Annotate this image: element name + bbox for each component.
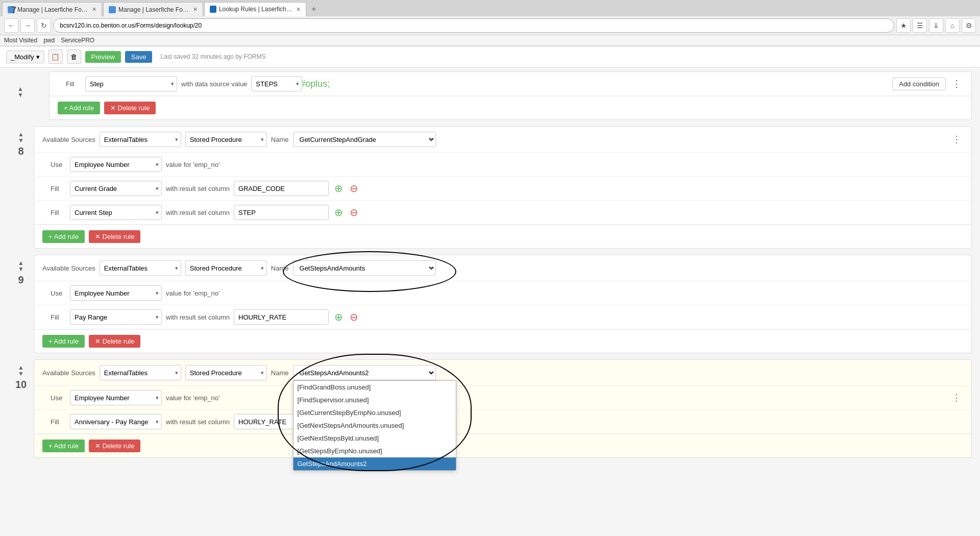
rule-8-fill-row-1: Fill Current Grade with result set colum… <box>34 177 971 201</box>
use-label-9: Use <box>51 289 66 297</box>
use-label-10: Use <box>51 394 66 402</box>
dropdown-option-1[interactable]: [FindGrandBoss.unused] <box>293 381 456 394</box>
add-rule-btn-8[interactable]: + Add rule <box>42 230 85 243</box>
result-column-input-8-1[interactable] <box>234 181 329 196</box>
rule-10-use-row: Use Employee Number value for 'emp_no' ⋮ <box>34 386 971 410</box>
fill-label-7: Fill <box>66 80 81 88</box>
tab-manage-1[interactable]: Manage | Laserfiche Forms ✕ <box>2 2 102 16</box>
delete-rule-btn-7[interactable]: ✕ Delete rule <box>104 102 156 114</box>
more-options-btn-7[interactable]: ⋮ <box>950 78 963 89</box>
tab-favicon-2 <box>109 6 116 13</box>
fill-field-wrapper-7[interactable]: Step <box>85 76 177 91</box>
rule-10-down-arrow[interactable]: ▼ <box>18 371 24 377</box>
procedure-type-select-9[interactable]: Stored Procedure <box>185 260 267 276</box>
use-field-select-10[interactable]: Employee Number <box>70 390 162 405</box>
data-source-wrapper-7[interactable]: STEPS <box>251 76 302 91</box>
bookmark-servicepro[interactable]: ServicePRO <box>61 37 94 44</box>
tab-label-1: Manage | Laserfiche Forms <box>17 6 89 13</box>
use-value-text-10: value for 'emp_no' <box>166 394 219 402</box>
tab-close-2[interactable]: ✕ <box>193 6 198 13</box>
rule-9-number: 9 <box>18 274 23 286</box>
tab-close-1[interactable]: ✕ <box>92 6 96 13</box>
copy-button[interactable]: 📋 <box>48 50 63 64</box>
rule-10-container: ▲ ▼ 10 Available Sources ExternalTables … <box>8 359 972 458</box>
tab-lookup-rules[interactable]: Lookup Rules | Laserfiche F... ✕ <box>204 2 306 16</box>
bookmark-pwd[interactable]: pwd <box>43 37 55 44</box>
fill-field-select-9-1[interactable]: Pay Range <box>70 309 162 325</box>
rule-7-body: Fill Step with data source value STEPS &… <box>49 71 972 120</box>
source-type-select-8[interactable]: ExternalTables <box>100 132 181 147</box>
reader-button[interactable]: ☰ <box>913 18 927 33</box>
dropdown-option-6[interactable]: [GetStepsByEmpNo.unused] <box>293 445 456 457</box>
rule-9-container: ▲ ▼ 9 Available Sources ExternalTables S… <box>8 255 972 353</box>
dropdown-option-5[interactable]: [GetNextStepsByld.unused] <box>293 432 456 445</box>
address-bar[interactable] <box>53 18 894 33</box>
tab-label-3: Lookup Rules | Laserfiche F... <box>219 6 293 13</box>
more-options-btn-8[interactable]: ⋮ <box>950 134 963 145</box>
name-select-10[interactable]: GetStepsAndAmounts2 <box>293 365 436 380</box>
remove-fill-row-9-1[interactable]: ⊖ <box>348 311 359 323</box>
delete-button[interactable]: 🗑 <box>67 50 81 64</box>
tab-manage-2[interactable]: Manage | Laserfiche Forms ✕ <box>103 2 203 16</box>
add-rule-btn-9[interactable]: + Add rule <box>42 335 85 348</box>
procedure-type-select-8[interactable]: Stored Procedure <box>185 132 267 147</box>
fill-field-select-8-2[interactable]: Current Step <box>70 205 162 220</box>
add-fill-row-9-1[interactable]: ⊕ <box>333 311 344 323</box>
delete-rule-btn-9[interactable]: ✕ Delete rule <box>89 335 140 348</box>
tab-label-2: Manage | Laserfiche Forms <box>118 6 190 13</box>
source-type-select-10[interactable]: ExternalTables <box>100 365 181 380</box>
bookmark-button[interactable]: ★ <box>896 18 911 33</box>
tab-close-3[interactable]: ✕ <box>296 6 301 13</box>
name-label-8: Name <box>271 136 289 143</box>
save-button[interactable]: Save <box>125 51 153 63</box>
name-label-9: Name <box>271 264 289 272</box>
settings-button[interactable]: ⚙ <box>962 18 976 33</box>
data-source-select-7[interactable]: STEPS <box>251 76 302 91</box>
use-value-text-9: value for 'emp_no' <box>166 289 219 297</box>
name-select-wrapper-10[interactable]: GetStepsAndAmounts2 [FindGrandBoss.unuse… <box>293 365 436 380</box>
dropdown-option-4[interactable]: [GetNextStepsAndAmounts.unused] <box>293 419 456 432</box>
delete-rule-btn-8[interactable]: ✕ Delete rule <box>89 230 140 243</box>
name-select-8[interactable]: GetCurrentStepAndGrade <box>293 132 436 147</box>
fill-field-select-10-1[interactable]: Anniversary - Pay Range <box>70 414 162 429</box>
new-tab-button[interactable]: + <box>307 3 320 16</box>
rule-9-down-arrow[interactable]: ▼ <box>18 266 24 272</box>
name-select-9[interactable]: GetStepsAndAmounts <box>293 260 436 276</box>
add-rule-btn-7[interactable]: + Add rule <box>58 102 100 114</box>
remove-fill-row-8-2[interactable]: ⊖ <box>348 207 359 218</box>
add-rule-btn-10[interactable]: + Add rule <box>42 440 85 452</box>
add-fill-row-8-1[interactable]: ⊕ <box>333 183 344 194</box>
result-column-input-8-2[interactable] <box>234 205 329 220</box>
forward-button[interactable]: → <box>20 18 35 33</box>
home-button[interactable]: ⌂ <box>945 18 960 33</box>
modify-button[interactable]: _Modify ▾ <box>6 51 44 63</box>
available-sources-label-8: Available Sources <box>42 136 95 143</box>
rule-7-down-arrow[interactable]: ▼ <box>17 92 23 98</box>
more-options-btn-10[interactable]: ⋮ <box>950 392 963 403</box>
add-condition-btn-7[interactable]: Add condition <box>892 78 946 90</box>
rule-8-use-row: Use Employee Number value for 'emp_no' <box>34 153 971 177</box>
downloads-button[interactable]: ⇓ <box>929 18 943 33</box>
reload-button[interactable]: ↻ <box>37 18 51 33</box>
fill-field-select-7[interactable]: Step <box>85 76 177 91</box>
result-column-input-9-1[interactable] <box>234 309 329 325</box>
delete-rule-btn-10[interactable]: ✕ Delete rule <box>89 440 140 452</box>
back-button[interactable]: ← <box>4 18 18 33</box>
rule-8-down-arrow[interactable]: ▼ <box>18 137 24 143</box>
fill-field-select-8-1[interactable]: Current Grade <box>70 181 162 196</box>
use-field-select-9[interactable]: Employee Number <box>70 285 162 301</box>
preview-button[interactable]: Preview <box>85 51 121 63</box>
rule-8-footer: + Add rule ✕ Delete rule <box>34 225 971 248</box>
bookmark-most-visited[interactable]: Most Visited <box>4 37 37 44</box>
remove-fill-row-8-1[interactable]: ⊖ <box>348 183 359 194</box>
add-row-btn-7[interactable]: &#oplus; <box>306 78 317 89</box>
add-fill-row-8-2[interactable]: ⊕ <box>333 207 344 218</box>
dropdown-option-2[interactable]: [FindSupervisor.unused] <box>293 394 456 406</box>
dropdown-option-7-selected[interactable]: GetStepsAndAmounts2 <box>293 457 456 470</box>
modify-dropdown-icon: ▾ <box>36 53 40 61</box>
procedure-type-select-10[interactable]: Stored Procedure <box>185 365 267 380</box>
use-field-select-8[interactable]: Employee Number <box>70 157 162 172</box>
name-dropdown-10[interactable]: [FindGrandBoss.unused] [FindSupervisor.u… <box>293 380 456 471</box>
source-type-select-9[interactable]: ExternalTables <box>100 260 181 276</box>
dropdown-option-3[interactable]: [GetCurrentStepByEmpNo.unused] <box>293 406 456 419</box>
